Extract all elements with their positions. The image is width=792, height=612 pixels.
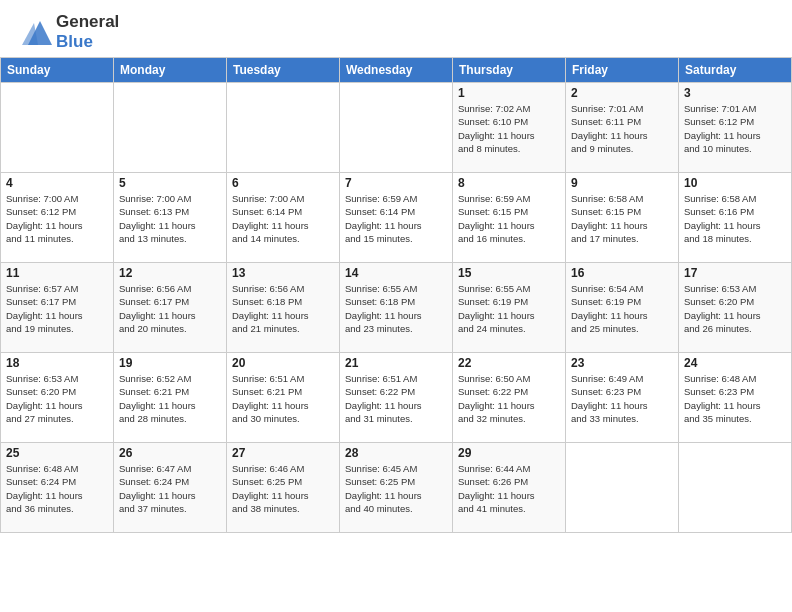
- day-info: Sunrise: 6:46 AM Sunset: 6:25 PM Dayligh…: [232, 462, 334, 515]
- day-number: 4: [6, 176, 108, 190]
- calendar-cell: 9Sunrise: 6:58 AM Sunset: 6:15 PM Daylig…: [566, 173, 679, 263]
- calendar-cell: 20Sunrise: 6:51 AM Sunset: 6:21 PM Dayli…: [227, 353, 340, 443]
- day-info: Sunrise: 7:01 AM Sunset: 6:12 PM Dayligh…: [684, 102, 786, 155]
- day-info: Sunrise: 6:53 AM Sunset: 6:20 PM Dayligh…: [684, 282, 786, 335]
- day-info: Sunrise: 6:59 AM Sunset: 6:14 PM Dayligh…: [345, 192, 447, 245]
- day-info: Sunrise: 6:44 AM Sunset: 6:26 PM Dayligh…: [458, 462, 560, 515]
- day-number: 19: [119, 356, 221, 370]
- logo-line2: Blue: [56, 32, 119, 52]
- calendar-cell: 24Sunrise: 6:48 AM Sunset: 6:23 PM Dayli…: [679, 353, 792, 443]
- calendar-cell: 25Sunrise: 6:48 AM Sunset: 6:24 PM Dayli…: [1, 443, 114, 533]
- day-info: Sunrise: 6:48 AM Sunset: 6:24 PM Dayligh…: [6, 462, 108, 515]
- calendar-cell: 6Sunrise: 7:00 AM Sunset: 6:14 PM Daylig…: [227, 173, 340, 263]
- day-of-week-header: Saturday: [679, 58, 792, 83]
- calendar-cell: [114, 83, 227, 173]
- calendar-cell: 14Sunrise: 6:55 AM Sunset: 6:18 PM Dayli…: [340, 263, 453, 353]
- day-info: Sunrise: 6:48 AM Sunset: 6:23 PM Dayligh…: [684, 372, 786, 425]
- calendar-cell: [340, 83, 453, 173]
- calendar-header-row: SundayMondayTuesdayWednesdayThursdayFrid…: [1, 58, 792, 83]
- calendar-cell: 13Sunrise: 6:56 AM Sunset: 6:18 PM Dayli…: [227, 263, 340, 353]
- calendar-cell: 11Sunrise: 6:57 AM Sunset: 6:17 PM Dayli…: [1, 263, 114, 353]
- day-info: Sunrise: 6:52 AM Sunset: 6:21 PM Dayligh…: [119, 372, 221, 425]
- calendar-cell: 16Sunrise: 6:54 AM Sunset: 6:19 PM Dayli…: [566, 263, 679, 353]
- day-number: 25: [6, 446, 108, 460]
- day-number: 5: [119, 176, 221, 190]
- day-number: 14: [345, 266, 447, 280]
- day-number: 16: [571, 266, 673, 280]
- calendar-cell: 3Sunrise: 7:01 AM Sunset: 6:12 PM Daylig…: [679, 83, 792, 173]
- calendar: SundayMondayTuesdayWednesdayThursdayFrid…: [0, 57, 792, 533]
- day-info: Sunrise: 6:53 AM Sunset: 6:20 PM Dayligh…: [6, 372, 108, 425]
- day-number: 12: [119, 266, 221, 280]
- day-number: 26: [119, 446, 221, 460]
- calendar-cell: 17Sunrise: 6:53 AM Sunset: 6:20 PM Dayli…: [679, 263, 792, 353]
- calendar-cell: 12Sunrise: 6:56 AM Sunset: 6:17 PM Dayli…: [114, 263, 227, 353]
- day-number: 2: [571, 86, 673, 100]
- calendar-cell: 26Sunrise: 6:47 AM Sunset: 6:24 PM Dayli…: [114, 443, 227, 533]
- calendar-cell: 23Sunrise: 6:49 AM Sunset: 6:23 PM Dayli…: [566, 353, 679, 443]
- calendar-cell: 19Sunrise: 6:52 AM Sunset: 6:21 PM Dayli…: [114, 353, 227, 443]
- day-number: 27: [232, 446, 334, 460]
- calendar-cell: 7Sunrise: 6:59 AM Sunset: 6:14 PM Daylig…: [340, 173, 453, 263]
- day-number: 9: [571, 176, 673, 190]
- calendar-cell: [566, 443, 679, 533]
- day-number: 13: [232, 266, 334, 280]
- calendar-cell: 27Sunrise: 6:46 AM Sunset: 6:25 PM Dayli…: [227, 443, 340, 533]
- day-number: 22: [458, 356, 560, 370]
- day-info: Sunrise: 7:02 AM Sunset: 6:10 PM Dayligh…: [458, 102, 560, 155]
- day-info: Sunrise: 6:59 AM Sunset: 6:15 PM Dayligh…: [458, 192, 560, 245]
- calendar-cell: 28Sunrise: 6:45 AM Sunset: 6:25 PM Dayli…: [340, 443, 453, 533]
- day-of-week-header: Friday: [566, 58, 679, 83]
- day-number: 8: [458, 176, 560, 190]
- calendar-cell: 1Sunrise: 7:02 AM Sunset: 6:10 PM Daylig…: [453, 83, 566, 173]
- day-number: 29: [458, 446, 560, 460]
- day-info: Sunrise: 6:51 AM Sunset: 6:22 PM Dayligh…: [345, 372, 447, 425]
- header: General Blue: [0, 0, 792, 57]
- day-info: Sunrise: 6:54 AM Sunset: 6:19 PM Dayligh…: [571, 282, 673, 335]
- day-number: 17: [684, 266, 786, 280]
- day-number: 7: [345, 176, 447, 190]
- day-number: 10: [684, 176, 786, 190]
- logo: General Blue: [18, 12, 119, 51]
- day-number: 28: [345, 446, 447, 460]
- day-number: 20: [232, 356, 334, 370]
- day-info: Sunrise: 6:51 AM Sunset: 6:21 PM Dayligh…: [232, 372, 334, 425]
- day-info: Sunrise: 7:00 AM Sunset: 6:13 PM Dayligh…: [119, 192, 221, 245]
- calendar-cell: 5Sunrise: 7:00 AM Sunset: 6:13 PM Daylig…: [114, 173, 227, 263]
- day-number: 21: [345, 356, 447, 370]
- day-info: Sunrise: 6:45 AM Sunset: 6:25 PM Dayligh…: [345, 462, 447, 515]
- day-number: 6: [232, 176, 334, 190]
- day-number: 15: [458, 266, 560, 280]
- calendar-cell: [1, 83, 114, 173]
- calendar-week-row: 11Sunrise: 6:57 AM Sunset: 6:17 PM Dayli…: [1, 263, 792, 353]
- calendar-week-row: 1Sunrise: 7:02 AM Sunset: 6:10 PM Daylig…: [1, 83, 792, 173]
- day-info: Sunrise: 6:56 AM Sunset: 6:17 PM Dayligh…: [119, 282, 221, 335]
- calendar-cell: 10Sunrise: 6:58 AM Sunset: 6:16 PM Dayli…: [679, 173, 792, 263]
- calendar-cell: 8Sunrise: 6:59 AM Sunset: 6:15 PM Daylig…: [453, 173, 566, 263]
- calendar-week-row: 18Sunrise: 6:53 AM Sunset: 6:20 PM Dayli…: [1, 353, 792, 443]
- day-info: Sunrise: 6:50 AM Sunset: 6:22 PM Dayligh…: [458, 372, 560, 425]
- day-info: Sunrise: 7:01 AM Sunset: 6:11 PM Dayligh…: [571, 102, 673, 155]
- day-info: Sunrise: 6:58 AM Sunset: 6:16 PM Dayligh…: [684, 192, 786, 245]
- day-info: Sunrise: 6:55 AM Sunset: 6:18 PM Dayligh…: [345, 282, 447, 335]
- calendar-cell: 15Sunrise: 6:55 AM Sunset: 6:19 PM Dayli…: [453, 263, 566, 353]
- day-number: 3: [684, 86, 786, 100]
- day-of-week-header: Wednesday: [340, 58, 453, 83]
- day-of-week-header: Monday: [114, 58, 227, 83]
- day-number: 24: [684, 356, 786, 370]
- day-of-week-header: Thursday: [453, 58, 566, 83]
- day-info: Sunrise: 7:00 AM Sunset: 6:14 PM Dayligh…: [232, 192, 334, 245]
- day-info: Sunrise: 6:49 AM Sunset: 6:23 PM Dayligh…: [571, 372, 673, 425]
- calendar-cell: [679, 443, 792, 533]
- day-number: 18: [6, 356, 108, 370]
- calendar-week-row: 4Sunrise: 7:00 AM Sunset: 6:12 PM Daylig…: [1, 173, 792, 263]
- day-info: Sunrise: 7:00 AM Sunset: 6:12 PM Dayligh…: [6, 192, 108, 245]
- calendar-cell: 21Sunrise: 6:51 AM Sunset: 6:22 PM Dayli…: [340, 353, 453, 443]
- day-info: Sunrise: 6:55 AM Sunset: 6:19 PM Dayligh…: [458, 282, 560, 335]
- day-number: 11: [6, 266, 108, 280]
- calendar-cell: 4Sunrise: 7:00 AM Sunset: 6:12 PM Daylig…: [1, 173, 114, 263]
- svg-marker-1: [22, 23, 38, 45]
- day-info: Sunrise: 6:47 AM Sunset: 6:24 PM Dayligh…: [119, 462, 221, 515]
- calendar-cell: [227, 83, 340, 173]
- calendar-cell: 18Sunrise: 6:53 AM Sunset: 6:20 PM Dayli…: [1, 353, 114, 443]
